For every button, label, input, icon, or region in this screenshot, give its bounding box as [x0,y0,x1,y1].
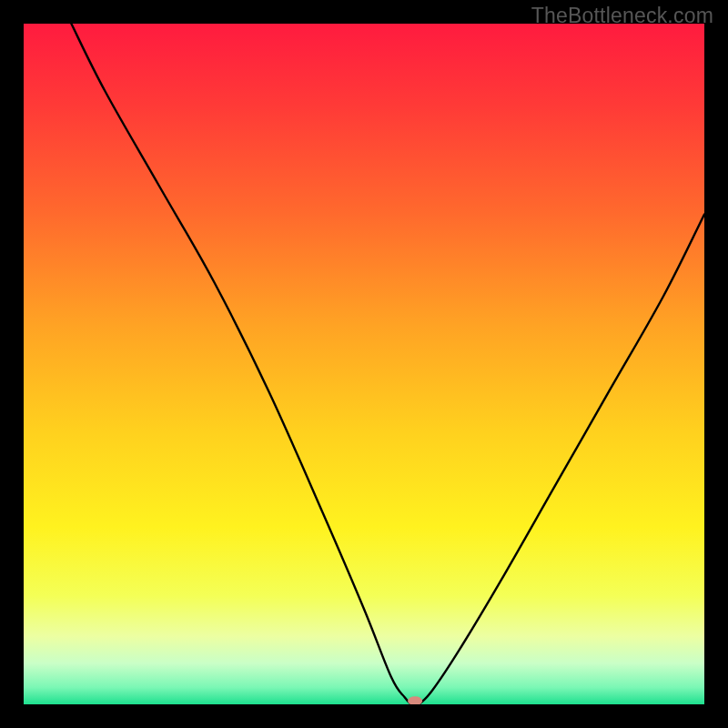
chart-frame: TheBottleneck.com [0,0,728,728]
chart-svg [24,24,704,704]
chart-background [24,24,704,704]
plot-area [24,24,704,704]
